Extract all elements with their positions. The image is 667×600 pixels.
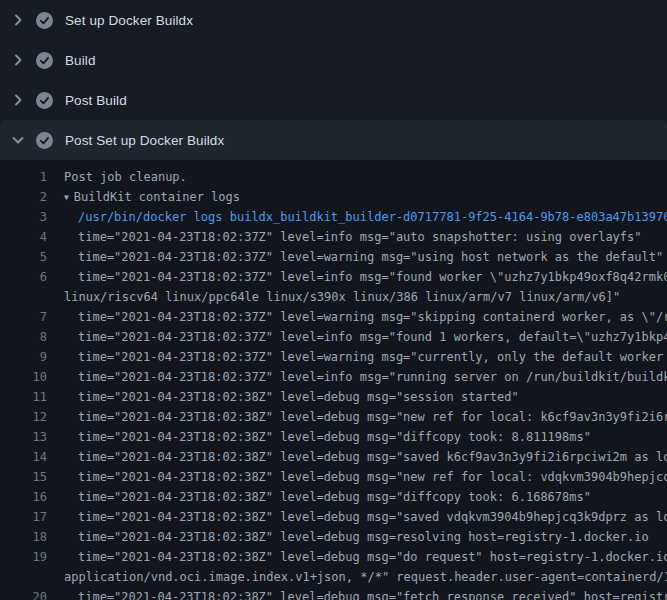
check-circle-icon	[36, 92, 53, 109]
chevron-right-icon[interactable]	[10, 92, 26, 108]
log-line-text: time="2021-04-23T18:02:37Z" level=info m…	[78, 267, 667, 287]
log-line-number[interactable]: 11	[0, 387, 47, 407]
log-line-text: time="2021-04-23T18:02:38Z" level=debug …	[78, 467, 667, 487]
log-line-number[interactable]: 5	[0, 247, 47, 267]
log-line-number[interactable]: 17	[0, 507, 47, 527]
collapse-triangle-icon[interactable]: ▼	[64, 188, 69, 207]
log-row: application/vnd.oci.image.index.v1+json,…	[0, 567, 667, 587]
log-line-text: time="2021-04-23T18:02:38Z" level=debug …	[78, 487, 591, 507]
log-row: 17time="2021-04-23T18:02:38Z" level=debu…	[0, 507, 667, 527]
check-circle-icon	[36, 52, 53, 69]
log-line-text: time="2021-04-23T18:02:37Z" level=info m…	[78, 367, 667, 387]
log-line-text: time="2021-04-23T18:02:37Z" level=warnin…	[78, 347, 667, 367]
chevron-down-icon[interactable]	[10, 132, 26, 148]
log-line-number[interactable]: 7	[0, 307, 47, 327]
log-line-text: time="2021-04-23T18:02:38Z" level=debug …	[78, 387, 519, 407]
log-line-number[interactable]: 20	[0, 587, 47, 600]
log-line-text: time="2021-04-23T18:02:38Z" level=debug …	[78, 587, 667, 600]
step-row-post-set-up-docker-buildx[interactable]: Post Set up Docker Buildx	[0, 120, 667, 160]
log-row: 1Post job cleanup.	[0, 167, 667, 187]
log-viewer: 1Post job cleanup.2▼BuildKit container l…	[0, 160, 667, 600]
step-label: Post Set up Docker Buildx	[65, 133, 224, 148]
log-line-text: ▼BuildKit container logs	[64, 187, 240, 207]
log-line-text: time="2021-04-23T18:02:37Z" level=warnin…	[78, 247, 663, 267]
step-label: Post Build	[65, 93, 127, 108]
step-label: Build	[65, 53, 96, 68]
log-row: 11time="2021-04-23T18:02:38Z" level=debu…	[0, 387, 667, 407]
log-line-text: time="2021-04-23T18:02:38Z" level=debug …	[78, 427, 591, 447]
log-line-text: Post job cleanup.	[64, 167, 187, 187]
log-line-text: time="2021-04-23T18:02:37Z" level=info m…	[78, 227, 642, 247]
step-row-set-up-docker-buildx[interactable]: Set up Docker Buildx	[0, 0, 667, 40]
log-line-number[interactable]: 2	[0, 187, 47, 207]
steps-list: Set up Docker BuildxBuildPost BuildPost …	[0, 0, 667, 160]
check-circle-icon	[36, 12, 53, 29]
log-row: 5time="2021-04-23T18:02:37Z" level=warni…	[0, 247, 667, 267]
log-row: 16time="2021-04-23T18:02:38Z" level=debu…	[0, 487, 667, 507]
log-line-number[interactable]: 9	[0, 347, 47, 367]
log-row: 9time="2021-04-23T18:02:37Z" level=warni…	[0, 347, 667, 367]
log-line-number[interactable]: 8	[0, 327, 47, 347]
log-row: 19time="2021-04-23T18:02:38Z" level=debu…	[0, 547, 667, 567]
log-row: 4time="2021-04-23T18:02:37Z" level=info …	[0, 227, 667, 247]
log-line-text: application/vnd.oci.image.index.v1+json,…	[64, 567, 667, 587]
log-line-text: time="2021-04-23T18:02:38Z" level=debug …	[78, 447, 667, 467]
chevron-right-icon[interactable]	[10, 12, 26, 28]
log-line-text: linux/riscv64 linux/ppc64le linux/s390x …	[64, 287, 620, 307]
log-line-number[interactable]: 1	[0, 167, 47, 187]
log-row: 7time="2021-04-23T18:02:37Z" level=warni…	[0, 307, 667, 327]
log-row: 14time="2021-04-23T18:02:38Z" level=debu…	[0, 447, 667, 467]
log-line-text: time="2021-04-23T18:02:38Z" level=debug …	[78, 527, 649, 547]
log-group-row[interactable]: 2▼BuildKit container logs	[0, 187, 667, 207]
log-command-text: /usr/bin/docker logs buildx_buildkit_bui…	[78, 207, 667, 227]
log-group-label: BuildKit container logs	[74, 190, 240, 204]
log-line-number[interactable]: 10	[0, 367, 47, 387]
log-row: 8time="2021-04-23T18:02:37Z" level=info …	[0, 327, 667, 347]
log-line-text: time="2021-04-23T18:02:38Z" level=debug …	[78, 547, 667, 567]
log-line-number[interactable]: 4	[0, 227, 47, 247]
log-line-number[interactable]: 18	[0, 527, 47, 547]
log-line-number[interactable]: 15	[0, 467, 47, 487]
log-line-number[interactable]: 6	[0, 267, 47, 287]
step-row-build[interactable]: Build	[0, 40, 667, 80]
log-line-number[interactable]: 13	[0, 427, 47, 447]
step-label: Set up Docker Buildx	[65, 13, 193, 28]
log-line-number[interactable]: 19	[0, 547, 47, 567]
step-row-post-build[interactable]: Post Build	[0, 80, 667, 120]
log-line-number	[0, 567, 47, 587]
chevron-right-icon[interactable]	[10, 52, 26, 68]
log-row: 15time="2021-04-23T18:02:38Z" level=debu…	[0, 467, 667, 487]
log-line-text: time="2021-04-23T18:02:38Z" level=debug …	[78, 507, 667, 527]
log-row: 10time="2021-04-23T18:02:37Z" level=info…	[0, 367, 667, 387]
log-line-number[interactable]: 16	[0, 487, 47, 507]
log-line-text: time="2021-04-23T18:02:38Z" level=debug …	[78, 407, 667, 427]
log-line-number[interactable]: 14	[0, 447, 47, 467]
log-row: 12time="2021-04-23T18:02:38Z" level=debu…	[0, 407, 667, 427]
log-row: 13time="2021-04-23T18:02:38Z" level=debu…	[0, 427, 667, 447]
log-line-text: time="2021-04-23T18:02:37Z" level=warnin…	[78, 307, 667, 327]
log-line-number	[0, 287, 47, 307]
log-row: 6time="2021-04-23T18:02:37Z" level=info …	[0, 267, 667, 287]
log-row: 18time="2021-04-23T18:02:38Z" level=debu…	[0, 527, 667, 547]
check-circle-icon	[36, 132, 53, 149]
log-line-number[interactable]: 3	[0, 207, 47, 227]
log-row: 3/usr/bin/docker logs buildx_buildkit_bu…	[0, 207, 667, 227]
log-line-text: time="2021-04-23T18:02:37Z" level=info m…	[78, 327, 667, 347]
log-line-number[interactable]: 12	[0, 407, 47, 427]
log-row: linux/riscv64 linux/ppc64le linux/s390x …	[0, 287, 667, 307]
log-row: 20time="2021-04-23T18:02:38Z" level=debu…	[0, 587, 667, 600]
